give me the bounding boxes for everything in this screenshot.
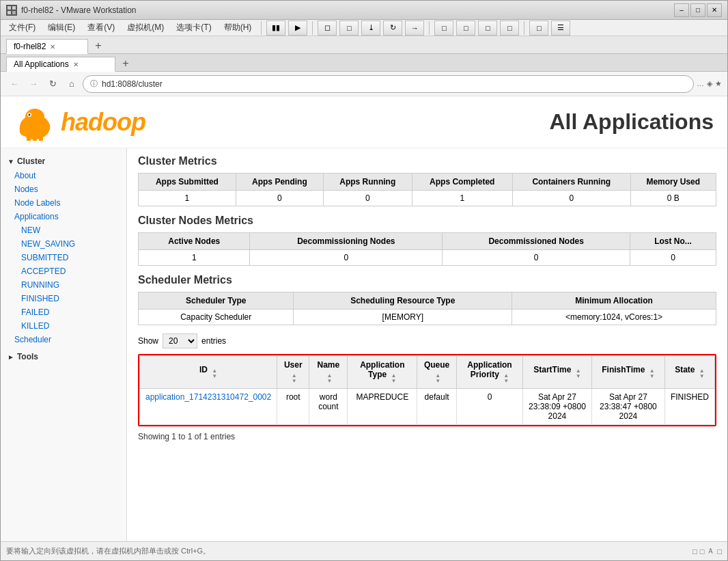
sidebar-item-failed[interactable]: FAILED: [1, 305, 126, 319]
svg-rect-4: [12, 11, 16, 14]
cluster-metrics-table: Apps Submitted Apps Pending Apps Running…: [138, 173, 716, 206]
th-state[interactable]: State ▲▼: [664, 356, 714, 389]
sidebar-item-killed[interactable]: KILLED: [1, 319, 126, 333]
menu-edit[interactable]: 编辑(E): [42, 20, 81, 35]
browser-tab-bar: All Applications ✕ +: [1, 54, 727, 72]
toolbar-btn7[interactable]: →: [405, 20, 424, 36]
sidebar-item-new-saving[interactable]: NEW_SAVING: [1, 237, 126, 251]
sort-arrows-queue: ▲▼: [435, 373, 440, 384]
th-app-type[interactable]: Application Type ▲▼: [348, 356, 417, 389]
app-id-link[interactable]: application_1714231310472_0002: [145, 392, 271, 402]
new-tab-button[interactable]: +: [91, 38, 106, 53]
sidebar-item-submitted[interactable]: SUBMITTED: [1, 251, 126, 264]
toolbar-btn2[interactable]: ▶: [288, 20, 307, 36]
table-row: application_1714231310472_0002 root word…: [140, 389, 715, 425]
sidebar-item-new[interactable]: NEW: [1, 223, 126, 237]
sidebar-item-about[interactable]: About: [1, 169, 126, 182]
main-layout: ▼ Cluster About Nodes Node Labels Applic…: [1, 148, 727, 541]
sidebar-item-applications[interactable]: Applications: [1, 210, 126, 223]
entries-select[interactable]: 20 10 25 50 100: [163, 333, 197, 348]
toolbar-btn11[interactable]: □: [500, 20, 519, 36]
reload-button[interactable]: ↻: [44, 76, 61, 92]
entries-label: entries: [201, 336, 226, 346]
cell-id: application_1714231310472_0002: [140, 389, 277, 425]
sidebar-cluster-label: Cluster: [17, 156, 45, 166]
val-scheduler-type: Capacity Scheduler: [139, 310, 294, 325]
toolbar-btn5[interactable]: ⤓: [361, 20, 380, 36]
star-icon[interactable]: ★: [715, 79, 722, 88]
status-text: 要将输入定向到该虚拟机，请在虚拟机内部单击或按 Ctrl+G。: [6, 546, 692, 556]
th-finish-time[interactable]: FinishTime ▲▼: [591, 356, 664, 389]
sidebar-item-node-labels[interactable]: Node Labels: [1, 196, 126, 210]
toolbar-separator2: [312, 21, 313, 35]
browser-new-tab-button[interactable]: +: [118, 56, 133, 71]
th-id-label: ID: [199, 365, 208, 374]
toolbar-btn6[interactable]: ↻: [383, 20, 402, 36]
sidebar-tools-header[interactable]: ► Tools: [1, 349, 126, 364]
scheduler-metrics-table: Scheduler Type Scheduling Resource Type …: [138, 292, 716, 325]
forward-button[interactable]: →: [25, 76, 42, 92]
sidebar-item-scheduler[interactable]: Scheduler: [1, 333, 126, 346]
toolbar-btn4[interactable]: □: [339, 20, 359, 36]
toolbar-btn10[interactable]: □: [478, 20, 497, 36]
scheduler-metrics-title: Scheduler Metrics: [138, 274, 716, 286]
pause-button[interactable]: ▮▮: [266, 20, 285, 36]
th-user-label: User: [284, 360, 303, 370]
col-lost: Lost No...: [630, 233, 716, 250]
url-text: hd1:8088/cluster: [102, 79, 686, 89]
menu-help[interactable]: 帮助(H): [219, 20, 257, 35]
sort-arrows-start-time: ▲▼: [576, 368, 581, 379]
shield-icon[interactable]: ◈: [707, 79, 712, 88]
menu-tabs[interactable]: 选项卡(T): [171, 20, 216, 35]
sidebar-item-nodes[interactable]: Nodes: [1, 182, 126, 196]
menu-vm[interactable]: 虚拟机(M): [122, 20, 169, 35]
menu-bar: 文件(F) 编辑(E) 查看(V) 虚拟机(M) 选项卡(T) 帮助(H) ▮▮…: [1, 20, 727, 36]
status-icons: □ □ Ａ □: [692, 546, 722, 556]
vm-tab[interactable]: f0-rhel82 ✕: [6, 39, 88, 54]
th-finish-time-label: FinishTime: [602, 365, 645, 374]
menu-view[interactable]: 查看(V): [82, 20, 120, 35]
toolbar-btn8[interactable]: □: [434, 20, 453, 36]
toolbar-btn3[interactable]: ◻: [318, 20, 337, 36]
menu-file[interactable]: 文件(F): [3, 20, 41, 35]
toolbar-btn9[interactable]: □: [456, 20, 475, 36]
toolbar-btn13[interactable]: ☰: [551, 20, 570, 36]
th-user[interactable]: User ▲▼: [277, 356, 309, 389]
th-id[interactable]: ID ▲▼: [140, 356, 277, 389]
cluster-metrics-title: Cluster Metrics: [138, 155, 716, 167]
val-decommissioning: 0: [250, 250, 443, 266]
window-controls[interactable]: – □ ✕: [674, 3, 722, 17]
bookmark-icon[interactable]: …: [697, 79, 704, 88]
close-button[interactable]: ✕: [707, 3, 722, 17]
vm-tab-label: f0-rhel82: [14, 42, 46, 51]
toolbar-btn12[interactable]: □: [529, 20, 548, 36]
vm-tab-close[interactable]: ✕: [50, 43, 55, 51]
th-start-time[interactable]: StartTime ▲▼: [522, 356, 591, 389]
home-button[interactable]: ⌂: [64, 76, 80, 92]
sidebar-tools-label: Tools: [17, 352, 38, 361]
sidebar-item-running[interactable]: RUNNING: [1, 278, 126, 292]
back-button[interactable]: ←: [6, 76, 23, 92]
svg-rect-1: [8, 6, 11, 10]
status-icon-2: □: [700, 547, 705, 556]
th-name[interactable]: Name ▲▼: [309, 356, 348, 389]
url-bar[interactable]: ⓘ hd1:8088/cluster: [83, 75, 694, 93]
val-apps-pending: 0: [236, 191, 323, 206]
browser-content: hadoop All Applications ▼ Cluster About …: [1, 96, 727, 541]
applications-table-container: ID ▲▼ User ▲▼ Name ▲▼: [138, 354, 716, 426]
sidebar-item-accepted[interactable]: ACCEPTED: [1, 264, 126, 278]
sidebar-item-finished[interactable]: FINISHED: [1, 292, 126, 305]
sidebar-cluster-header[interactable]: ▼ Cluster: [1, 154, 126, 169]
browser-tab-close[interactable]: ✕: [73, 61, 79, 68]
th-priority[interactable]: Application Priority ▲▼: [457, 356, 523, 389]
toolbar-separator: [261, 21, 262, 35]
applications-table: ID ▲▼ User ▲▼ Name ▲▼: [139, 355, 715, 425]
minimize-button[interactable]: –: [674, 3, 689, 17]
col-containers-running: Containers Running: [512, 174, 630, 191]
status-bar: 要将输入定向到该虚拟机，请在虚拟机内部单击或按 Ctrl+G。 □ □ Ａ □: [1, 541, 727, 560]
th-queue[interactable]: Queue ▲▼: [417, 356, 457, 389]
sort-arrows-id: ▲▼: [212, 368, 217, 379]
restore-button[interactable]: □: [690, 3, 705, 17]
browser-tab[interactable]: All Applications ✕: [6, 57, 115, 72]
url-actions: … ◈ ★: [697, 79, 722, 88]
